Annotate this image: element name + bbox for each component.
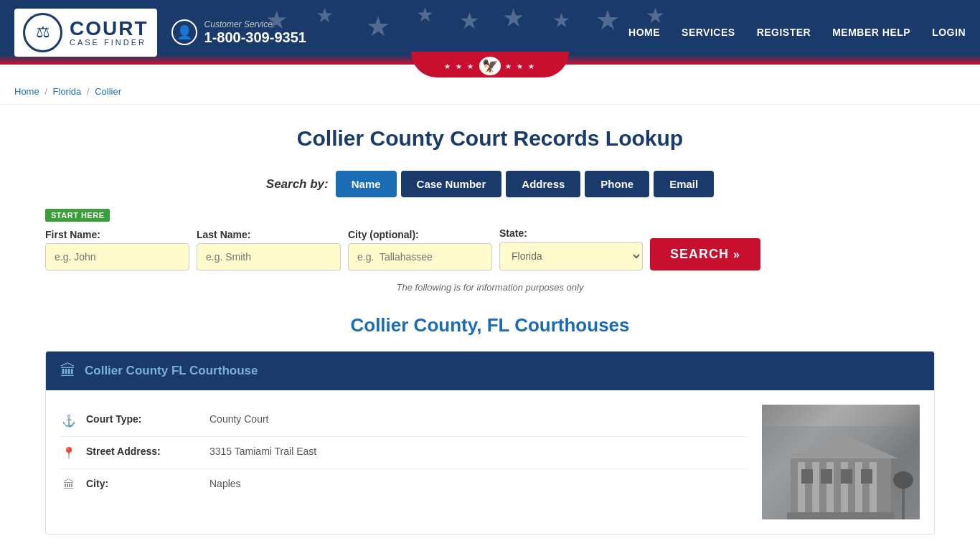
customer-service-text: Customer Service 1-800-309-9351 (204, 19, 306, 46)
logo[interactable]: ⚖ COURT CASE FINDER (14, 9, 157, 57)
court-type-label: Court Type: (86, 413, 201, 425)
customer-service-phone: 1-800-309-9351 (204, 29, 306, 46)
start-here-badge: START HERE (45, 209, 110, 222)
courthouse-image (762, 405, 920, 519)
logo-text: COURT CASE FINDER (70, 19, 149, 47)
search-form: First Name: Last Name: City (optional): … (45, 227, 935, 270)
page-title: Collier County Court Records Lookup (45, 126, 935, 151)
logo-case-finder-text: CASE FINDER (70, 39, 149, 47)
state-group: State: Florida Alabama Alaska Arizona Ar… (499, 227, 643, 270)
search-by-row: Search by: Name Case Number Address Phon… (45, 171, 935, 197)
address-icon: 📍 (60, 446, 77, 460)
first-name-label: First Name: (45, 229, 189, 240)
first-name-group: First Name: (45, 229, 189, 270)
breadcrumb-sep-1: / (44, 86, 50, 97)
courthouse-body: ⚓ Court Type: County Court 📍 Street Addr… (46, 390, 934, 534)
svg-rect-3 (812, 462, 819, 519)
state-select[interactable]: Florida Alabama Alaska Arizona Arkansas … (499, 242, 643, 270)
arc-stars-right: ★ ★ ★ (505, 62, 536, 70)
arc-stars-left: ★ ★ ★ (444, 62, 475, 70)
city-group: City (optional): (348, 229, 492, 270)
city-value: Naples (209, 478, 241, 489)
courthouse-details: ⚓ Court Type: County Court 📍 Street Addr… (60, 405, 748, 519)
main-content: Collier County Court Records Lookup Sear… (31, 105, 949, 551)
detail-row-address: 📍 Street Address: 3315 Tamiami Trail Eas… (60, 437, 748, 469)
tab-phone[interactable]: Phone (585, 171, 649, 197)
svg-point-15 (893, 471, 913, 489)
svg-rect-12 (841, 469, 852, 484)
customer-service-icon: 👤 (171, 19, 197, 45)
svg-rect-14 (902, 484, 905, 519)
svg-rect-13 (861, 469, 872, 484)
svg-rect-10 (801, 469, 813, 484)
breadcrumb: Home / Florida / Collier (0, 79, 980, 105)
header-arc-decoration: ★ ★ ★ 🦅 ★ ★ ★ (411, 52, 569, 77)
logo-court-text: COURT (70, 19, 149, 39)
last-name-group: Last Name: (197, 229, 341, 270)
logo-emblem: ⚖ (23, 13, 62, 52)
tab-name[interactable]: Name (336, 171, 397, 197)
state-label: State: (499, 227, 643, 239)
courthouse-image-placeholder (762, 405, 920, 519)
city-icon: 🏛 (60, 479, 77, 491)
breadcrumb-florida[interactable]: Florida (53, 86, 82, 97)
nav-services[interactable]: SERVICES (682, 27, 735, 38)
nav-member-help[interactable]: MEMBER HELP (832, 27, 910, 38)
detail-row-court-type: ⚓ Court Type: County Court (60, 405, 748, 437)
detail-row-city: 🏛 City: Naples (60, 469, 748, 500)
breadcrumb-sep-2: / (87, 86, 92, 97)
tab-case-number[interactable]: Case Number (401, 171, 502, 197)
first-name-input[interactable] (45, 243, 189, 270)
address-value: 3315 Tamiami Trail East (209, 446, 316, 457)
last-name-input[interactable] (197, 243, 341, 270)
svg-rect-9 (787, 512, 895, 519)
tab-email[interactable]: Email (654, 171, 714, 197)
courthouse-header: 🏛 Collier County FL Courthouse (46, 352, 934, 390)
courthouse-name-link[interactable]: Collier County FL Courthouse (85, 364, 258, 378)
search-button-label: SEARCH (670, 247, 729, 262)
site-header: ★ ★ ★ ★ ★ ★ ★ ★ ★ ⚖ COURT CASE FINDER 👤 … (0, 0, 980, 65)
breadcrumb-collier[interactable]: Collier (95, 86, 121, 97)
search-by-label: Search by: (266, 177, 329, 192)
search-button-arrows: » (733, 248, 740, 261)
city-label: City (optional): (348, 229, 492, 240)
court-type-icon: ⚓ (60, 414, 77, 428)
courthouse-building-svg (762, 426, 920, 519)
court-type-value: County Court (209, 413, 268, 425)
customer-service-label: Customer Service (204, 19, 306, 29)
search-button[interactable]: SEARCH » (650, 238, 760, 270)
address-label: Street Address: (86, 446, 201, 457)
search-section: Search by: Name Case Number Address Phon… (45, 171, 935, 293)
nav-home[interactable]: HOME (628, 27, 660, 38)
svg-rect-11 (821, 469, 832, 484)
city-input[interactable] (348, 243, 492, 270)
info-text: The following is for information purpose… (45, 282, 935, 293)
breadcrumb-home[interactable]: Home (14, 86, 39, 97)
courthouses-section-title: Collier County, FL Courthouses (45, 314, 935, 336)
main-nav: HOME SERVICES REGISTER MEMBER HELP LOGIN (628, 27, 966, 38)
nav-login[interactable]: LOGIN (932, 27, 966, 38)
last-name-label: Last Name: (197, 229, 341, 240)
tab-address[interactable]: Address (506, 171, 580, 197)
header-left: ⚖ COURT CASE FINDER 👤 Customer Service 1… (14, 9, 306, 57)
nav-register[interactable]: REGISTER (757, 27, 811, 38)
arc-eagle-icon: 🦅 (479, 57, 501, 75)
city-label-detail: City: (86, 478, 201, 489)
courthouse-card: 🏛 Collier County FL Courthouse ⚓ Court T… (45, 351, 935, 534)
customer-service: 👤 Customer Service 1-800-309-9351 (171, 19, 306, 46)
courthouse-header-icon: 🏛 (60, 362, 76, 380)
